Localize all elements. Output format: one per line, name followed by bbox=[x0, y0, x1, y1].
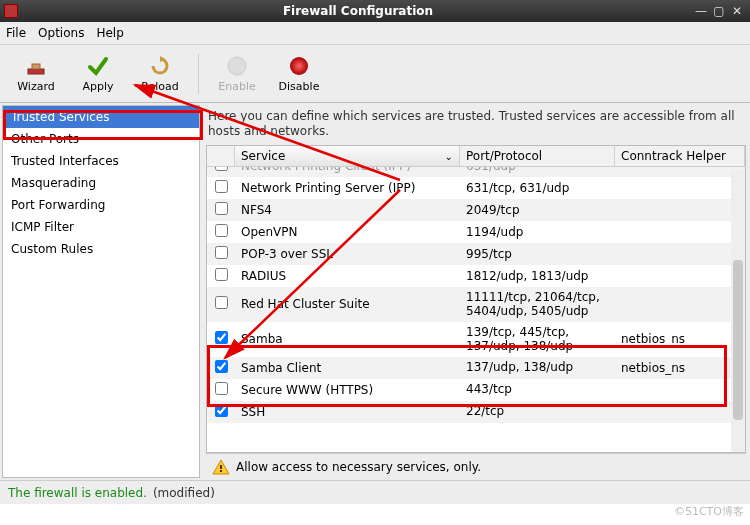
table-row[interactable]: Red Hat Cluster Suite11111/tcp, 21064/tc… bbox=[207, 287, 745, 322]
table-row[interactable]: Samba Client137/udp, 138/udpnetbios_ns bbox=[207, 357, 745, 379]
row-checkbox[interactable] bbox=[215, 246, 228, 259]
row-conntrack: netbios_ns bbox=[615, 329, 745, 349]
enable-button[interactable]: Enable bbox=[209, 49, 265, 99]
table-row[interactable]: Secure WWW (HTTPS)443/tcp bbox=[207, 379, 745, 401]
row-conntrack bbox=[615, 387, 745, 393]
row-checkbox[interactable] bbox=[215, 202, 228, 215]
svg-rect-5 bbox=[220, 470, 222, 472]
row-conntrack bbox=[615, 251, 745, 257]
row-checkbox-cell[interactable] bbox=[207, 379, 235, 401]
row-port: 139/tcp, 445/tcp, 137/udp, 138/udp bbox=[460, 322, 615, 357]
svg-rect-4 bbox=[220, 465, 222, 469]
table-body: Network Printing Client (IPP)631/udpNetw… bbox=[207, 167, 745, 423]
col-service[interactable]: Service ⌄ bbox=[235, 146, 460, 166]
table-row[interactable]: NFS42049/tcp bbox=[207, 199, 745, 221]
row-service: POP-3 over SSL bbox=[235, 244, 460, 264]
check-icon bbox=[86, 54, 110, 78]
vertical-scrollbar[interactable] bbox=[731, 170, 745, 452]
sidebar-item-port-forwarding[interactable]: Port Forwarding bbox=[3, 194, 199, 216]
sidebar-item-icmp-filter[interactable]: ICMP Filter bbox=[3, 216, 199, 238]
content-pane: Here you can define which services are t… bbox=[202, 103, 750, 480]
row-port: 2049/tcp bbox=[460, 200, 615, 220]
row-service: Samba Client bbox=[235, 358, 460, 378]
minimize-button[interactable]: — bbox=[692, 4, 710, 18]
row-checkbox[interactable] bbox=[215, 224, 228, 237]
sidebar-item-trusted-interfaces[interactable]: Trusted Interfaces bbox=[3, 150, 199, 172]
row-service: OpenVPN bbox=[235, 222, 460, 242]
menu-help[interactable]: Help bbox=[96, 26, 123, 40]
sidebar-item-custom-rules[interactable]: Custom Rules bbox=[3, 238, 199, 260]
allow-text: Allow access to necessary services, only… bbox=[236, 460, 481, 474]
menu-options[interactable]: Options bbox=[38, 26, 84, 40]
sidebar-item-other-ports[interactable]: Other Ports bbox=[3, 128, 199, 150]
sidebar-item-trusted-services[interactable]: Trusted Services bbox=[3, 106, 199, 128]
row-checkbox[interactable] bbox=[215, 268, 228, 281]
row-checkbox[interactable] bbox=[215, 180, 228, 193]
apply-button[interactable]: Apply bbox=[70, 49, 126, 99]
row-checkbox[interactable] bbox=[215, 296, 228, 309]
row-checkbox[interactable] bbox=[215, 167, 228, 171]
menu-file[interactable]: File bbox=[6, 26, 26, 40]
disable-label: Disable bbox=[279, 80, 320, 93]
reload-button[interactable]: Reload bbox=[132, 49, 188, 99]
watermark: ©51CTO博客 bbox=[674, 504, 744, 519]
row-checkbox-cell[interactable] bbox=[207, 357, 235, 379]
row-service: Secure WWW (HTTPS) bbox=[235, 380, 460, 400]
body-area: Trusted ServicesOther PortsTrusted Inter… bbox=[0, 103, 750, 480]
disable-button[interactable]: Disable bbox=[271, 49, 327, 99]
sidebar-item-masquerading[interactable]: Masquerading bbox=[3, 172, 199, 194]
maximize-button[interactable]: ▢ bbox=[710, 4, 728, 18]
row-checkbox-cell[interactable] bbox=[207, 167, 235, 177]
status-modified: (modified) bbox=[153, 486, 215, 500]
table-header: Service ⌄ Port/Protocol Conntrack Helper bbox=[207, 146, 745, 167]
row-conntrack bbox=[615, 229, 745, 235]
row-port: 995/tcp bbox=[460, 244, 615, 264]
row-conntrack: netbios_ns bbox=[615, 358, 745, 378]
wizard-label: Wizard bbox=[17, 80, 55, 93]
sort-chevron-icon: ⌄ bbox=[445, 151, 453, 162]
table-row[interactable]: SSH22/tcp bbox=[207, 401, 745, 423]
row-checkbox-cell[interactable] bbox=[207, 293, 235, 315]
row-port: 1194/udp bbox=[460, 222, 615, 242]
scrollbar-thumb[interactable] bbox=[733, 260, 743, 420]
row-checkbox[interactable] bbox=[215, 360, 228, 373]
close-button[interactable]: ✕ bbox=[728, 4, 746, 18]
table-row[interactable]: Network Printing Client (IPP)631/udp bbox=[207, 167, 745, 177]
table-row[interactable]: OpenVPN1194/udp bbox=[207, 221, 745, 243]
svg-rect-0 bbox=[28, 69, 44, 74]
app-icon bbox=[4, 4, 18, 18]
table-row[interactable]: RADIUS1812/udp, 1813/udp bbox=[207, 265, 745, 287]
row-port: 11111/tcp, 21064/tcp, 5404/udp, 5405/udp bbox=[460, 287, 615, 322]
row-checkbox-cell[interactable] bbox=[207, 265, 235, 287]
enable-label: Enable bbox=[218, 80, 255, 93]
row-port: 631/udp bbox=[460, 167, 615, 176]
col-checkbox[interactable] bbox=[207, 146, 235, 166]
sidebar: Trusted ServicesOther PortsTrusted Inter… bbox=[2, 105, 200, 478]
table-row[interactable]: Samba139/tcp, 445/tcp, 137/udp, 138/udpn… bbox=[207, 322, 745, 357]
toolbar-separator bbox=[198, 54, 199, 94]
svg-point-2 bbox=[228, 57, 246, 75]
col-port[interactable]: Port/Protocol bbox=[460, 146, 615, 166]
row-checkbox-cell[interactable] bbox=[207, 199, 235, 221]
reload-label: Reload bbox=[141, 80, 178, 93]
table-row[interactable]: Network Printing Server (IPP)631/tcp, 63… bbox=[207, 177, 745, 199]
row-service: Red Hat Cluster Suite bbox=[235, 294, 460, 314]
row-conntrack bbox=[615, 301, 745, 307]
row-port: 631/tcp, 631/udp bbox=[460, 178, 615, 198]
row-checkbox[interactable] bbox=[215, 331, 228, 344]
row-checkbox-cell[interactable] bbox=[207, 328, 235, 350]
toolbar: Wizard Apply Reload Enable Disable bbox=[0, 45, 750, 103]
row-conntrack bbox=[615, 273, 745, 279]
row-conntrack bbox=[615, 185, 745, 191]
svg-point-3 bbox=[290, 57, 308, 75]
row-checkbox-cell[interactable] bbox=[207, 243, 235, 265]
row-checkbox[interactable] bbox=[215, 382, 228, 395]
row-checkbox-cell[interactable] bbox=[207, 221, 235, 243]
table-row[interactable]: POP-3 over SSL995/tcp bbox=[207, 243, 745, 265]
row-checkbox[interactable] bbox=[215, 404, 228, 417]
wizard-button[interactable]: Wizard bbox=[8, 49, 64, 99]
row-checkbox-cell[interactable] bbox=[207, 177, 235, 199]
row-conntrack bbox=[615, 207, 745, 213]
col-conntrack[interactable]: Conntrack Helper bbox=[615, 146, 745, 166]
row-checkbox-cell[interactable] bbox=[207, 401, 235, 423]
